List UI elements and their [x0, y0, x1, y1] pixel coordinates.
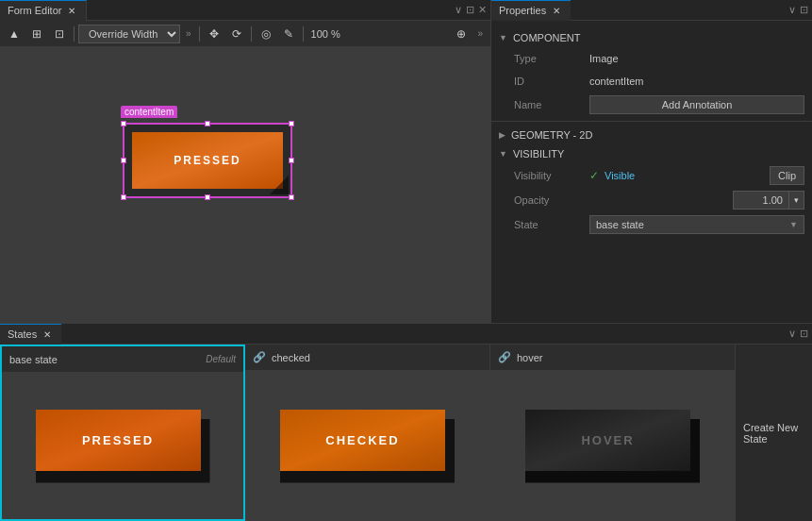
state-card-hover[interactable]: 🔗 hover HOVER [490, 345, 736, 521]
id-label: ID [514, 76, 589, 87]
separator-3 [251, 26, 252, 42]
checked-state-name: checked [272, 352, 482, 363]
form-editor-popout-icon[interactable]: ⊡ [466, 4, 474, 16]
type-row: Type Image [491, 47, 812, 70]
tool-box[interactable]: ⊡ [49, 24, 70, 44]
states-collapse-icon[interactable]: ∨ [788, 328, 796, 340]
state-dropdown[interactable]: base state ▼ [589, 215, 804, 234]
base-state-name: base state [9, 354, 200, 365]
separator-2 [199, 26, 200, 42]
properties-tab[interactable]: Properties ✕ [491, 0, 571, 21]
component-section-header[interactable]: ▼ COMPONENT [491, 28, 812, 47]
opacity-value: 1.00 [733, 191, 789, 210]
properties-popout-icon[interactable]: ⊡ [800, 4, 808, 16]
pointer-icon: ✥ [209, 27, 219, 41]
base-state-header: base state Default [2, 346, 243, 373]
handle-bl[interactable] [121, 194, 126, 200]
component-collapse-icon: ▼ [499, 33, 507, 42]
separator-1 [74, 26, 75, 42]
states-panel: States ✕ ∨ ⊡ base state Default [0, 323, 812, 521]
comment-icon: ✎ [284, 27, 293, 41]
form-editor-tab-label: Form Editor [8, 5, 61, 16]
override-width-dropdown[interactable]: Override Width [78, 25, 180, 43]
states-tab-bar: States ✕ ∨ ⊡ [0, 324, 812, 345]
hover-state-name: hover [517, 352, 727, 363]
state-card-checked[interactable]: 🔗 checked CHECKED [245, 345, 490, 521]
visibility-value: Visible [605, 170, 635, 181]
properties-collapse-icon[interactable]: ∨ [788, 4, 796, 16]
opacity-row: Opacity 1.00 ▾ [491, 188, 812, 212]
visibility-label: Visibility [514, 170, 589, 181]
name-label: Name [514, 99, 589, 110]
opacity-stepper[interactable]: ▾ [789, 191, 804, 210]
base-state-preview: PRESSED [2, 373, 243, 519]
canvas-area: contentItem PRESSED [0, 47, 490, 323]
state-dropdown-arrow: ▼ [789, 220, 798, 229]
checked-state-preview: CHECKED [245, 371, 489, 521]
tool-comment[interactable]: ✎ [278, 24, 299, 44]
form-editor-tab[interactable]: Form Editor ✕ [0, 0, 87, 21]
type-label: Type [514, 53, 589, 64]
create-state-label: Create New State [743, 422, 804, 445]
checked-state-header: 🔗 checked [245, 345, 489, 371]
component-box[interactable]: PRESSED [123, 123, 292, 198]
component-section-label: COMPONENT [513, 32, 581, 43]
grid-icon: ⊞ [32, 27, 41, 41]
rotate-icon: ⟳ [232, 27, 241, 41]
box-icon: ⊡ [55, 27, 64, 41]
opacity-label: Opacity [514, 194, 589, 206]
state-card-base[interactable]: base state Default PRESSED [0, 345, 245, 521]
zoom-icon: ⊕ [456, 27, 466, 41]
handle-ml[interactable] [121, 158, 126, 163]
properties-close-icon[interactable]: ✕ [550, 4, 563, 17]
states-close-icon[interactable]: ✕ [41, 328, 54, 341]
form-editor-close-panel-icon[interactable]: ✕ [478, 4, 487, 16]
base-btn-face: PRESSED [36, 410, 201, 471]
handle-tl[interactable] [121, 121, 126, 126]
handle-tm[interactable] [205, 121, 210, 126]
visibility-check-icon: ✓ [589, 169, 599, 182]
toolbar-expand-icon[interactable]: » [182, 28, 195, 39]
tool-rotate[interactable]: ⟳ [226, 24, 247, 44]
component-label: contentItem [121, 106, 177, 118]
geometry-section-header[interactable]: ▶ GEOMETRY - 2D [491, 126, 812, 144]
checked-link-icon: 🔗 [253, 351, 266, 363]
handle-bm[interactable] [205, 194, 210, 200]
tool-zoom-fit[interactable]: ⊕ [451, 24, 472, 44]
properties-panel: ▼ COMPONENT Type Image ID contentItem [491, 21, 812, 323]
checked-btn-face: CHECKED [280, 410, 445, 471]
tool-grid[interactable]: ⊞ [26, 24, 47, 44]
hover-state-preview: HOVER [490, 371, 735, 521]
form-editor-collapse-icon[interactable]: ∨ [455, 4, 462, 16]
state-row: State base state ▼ [491, 212, 812, 237]
name-row: Name Add Annotation [491, 92, 812, 117]
states-tab[interactable]: States ✕ [0, 324, 61, 345]
id-row: ID contentItem [491, 70, 812, 92]
tool-bubble[interactable]: ◎ [256, 24, 276, 44]
form-editor-close-icon[interactable]: ✕ [65, 4, 78, 17]
arrow-icon: ▲ [8, 27, 20, 41]
visibility-collapse-icon: ▼ [499, 149, 507, 159]
hover-link-icon: 🔗 [498, 351, 511, 363]
visibility-row: Visibility ✓ Visible Clip [491, 163, 812, 188]
component-wrapper[interactable]: contentItem PRESSED [123, 123, 292, 198]
zoom-level: 100 % [307, 28, 344, 40]
clip-button[interactable]: Clip [770, 166, 804, 185]
visibility-section-header[interactable]: ▼ VISIBILITY [491, 144, 812, 163]
handle-mr[interactable] [289, 158, 294, 163]
type-value: Image [589, 53, 619, 64]
tool-pointer[interactable]: ✥ [204, 24, 224, 44]
add-annotation-button[interactable]: Add Annotation [589, 95, 804, 114]
toolbar-right-expand[interactable]: » [473, 28, 487, 39]
tool-arrow[interactable]: ▲ [4, 24, 25, 44]
create-new-state-button[interactable]: Create New State [736, 345, 812, 521]
states-expand-icon[interactable]: ⊡ [800, 328, 808, 340]
handle-tr[interactable] [289, 121, 294, 126]
separator-4 [303, 26, 304, 42]
canvas-button-face: PRESSED [132, 132, 283, 189]
handle-br[interactable] [289, 194, 294, 200]
editor-toolbar: ▲ ⊞ ⊡ Override Width » ✥ ⟳ [0, 21, 490, 47]
base-state-default: Default [206, 354, 236, 364]
properties-tab-label: Properties [499, 5, 546, 16]
hover-btn-face: HOVER [525, 410, 690, 471]
